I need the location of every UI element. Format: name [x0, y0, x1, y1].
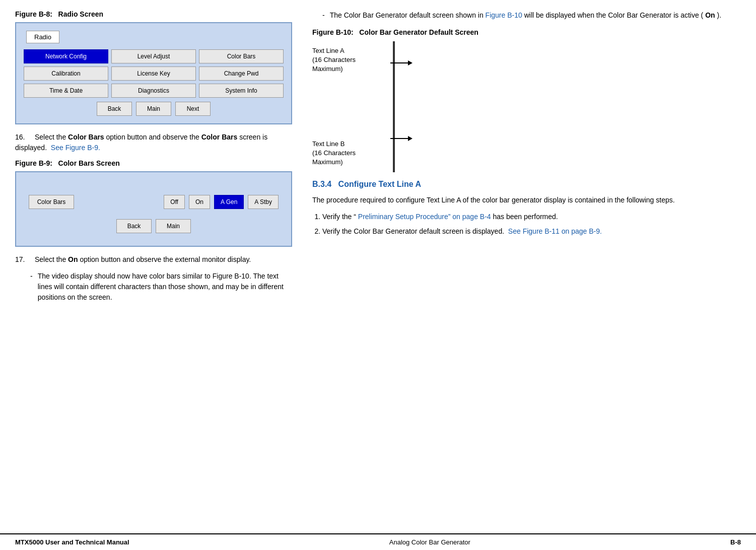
right-bullet-content: The Color Bar Generator default screen s…: [330, 10, 741, 21]
color-bars-btn-row: Color Bars Off On A Gen A Stby: [29, 195, 279, 209]
footer-left: MTX5000 User and Technical Manual: [15, 538, 129, 546]
btn-calibration[interactable]: Calibration: [24, 66, 108, 81]
btn-level-adjust[interactable]: Level Adjust: [111, 49, 196, 63]
btn-system-info[interactable]: System Info: [199, 84, 284, 98]
section-b34-heading: B.3.4 Configure Text Line A: [312, 180, 741, 189]
btn-cb-astby[interactable]: A Stby: [248, 195, 279, 209]
btn-cb-agen[interactable]: A Gen: [214, 195, 244, 209]
btn-cb-on[interactable]: On: [189, 195, 210, 209]
step17-text-pre: Select the: [35, 255, 68, 263]
right-column: - The Color Bar Generator default screen…: [307, 10, 741, 523]
color-bars-inner: Color Bars Off On A Gen A Stby Back Main: [24, 180, 284, 238]
footer-center: Analog Color Bar Generator: [389, 538, 470, 546]
page-container: Figure B-8: Radio Screen Radio Network C…: [0, 0, 756, 550]
step1-pre: Verify the “: [322, 213, 356, 221]
step16-bold1: Color Bars: [68, 133, 104, 141]
footer-product: MTX5000: [15, 538, 43, 546]
section-intro: The procedure required to configure Text…: [312, 195, 741, 205]
figure-b9-title: Figure B-9: Color Bars Screen: [15, 159, 292, 167]
step2-link[interactable]: See Figure B-11 on page B-9.: [508, 227, 602, 235]
left-column: Figure B-8: Radio Screen Radio Network C…: [15, 10, 307, 523]
step2-pre: Verify the Color Bar Generator default s…: [322, 227, 504, 235]
right-bullet-dash: -: [322, 10, 325, 21]
btn-back-radio[interactable]: Back: [97, 102, 132, 116]
radio-label: Radio: [26, 31, 59, 43]
text-line-a-label: Text Line A(16 CharactersMaximum): [312, 46, 390, 74]
figure-b10-title: Figure B-10: Color Bar Generator Default…: [312, 28, 741, 36]
btn-diagnostics[interactable]: Diagnostics: [111, 84, 196, 98]
step1-end: has been performed.: [493, 213, 558, 221]
bullet-text: The video display should now have color …: [38, 271, 292, 303]
colorbar-labels-left: Text Line A(16 CharactersMaximum) Text L…: [312, 41, 393, 167]
step17: 17. Select the On option button and obse…: [15, 254, 292, 265]
btn-main-cb[interactable]: Main: [156, 219, 191, 233]
bullet-text-post: will be displayed when the Color Bar Gen…: [524, 11, 704, 19]
button-grid-row3: Time & Date Diagnostics System Info: [24, 84, 284, 98]
step17-end: option button and observe the external m…: [80, 255, 251, 263]
footer-product-sub: User and Technical Manual: [45, 538, 129, 546]
main-content: Figure B-8: Radio Screen Radio Network C…: [0, 0, 756, 533]
btn-license-key[interactable]: License Key: [111, 66, 196, 81]
button-grid-row2: Calibration License Key Change Pwd: [24, 66, 284, 81]
step17-bold: On: [68, 255, 78, 263]
color-bars-screen-box: Color Bars Off On A Gen A Stby Back Main: [15, 171, 292, 247]
cb-nav-row: Back Main: [29, 219, 279, 233]
btn-color-bars-r1[interactable]: Color Bars: [199, 49, 284, 63]
step16-link[interactable]: See Figure B-9.: [51, 144, 100, 152]
bullet-video: - The video display should now have colo…: [30, 271, 292, 303]
footer-right: B-8: [730, 538, 741, 546]
bullet-text-pre: The Color Bar Generator default screen s…: [330, 11, 486, 19]
step16: 16. Select the Color Bars option button …: [15, 132, 292, 153]
colorbar-display-container: Text Line A(16 CharactersMaximum) Text L…: [312, 41, 741, 172]
btn-back-cb[interactable]: Back: [116, 219, 152, 233]
btn-next-radio[interactable]: Next: [175, 102, 211, 116]
step16-bold2: Color Bars: [201, 133, 238, 141]
nav-btn-row: Back Main Next: [24, 102, 284, 116]
radio-screen-inner: Radio Network Config Level Adjust Color …: [24, 31, 284, 116]
text-line-b-label: Text Line B(16 CharactersMaximum): [312, 140, 390, 167]
step16-num: 16.: [15, 133, 33, 141]
bullet-cbg: - The Color Bar Generator default screen…: [322, 10, 741, 21]
bullet-text-end: ).: [717, 11, 722, 19]
bullet-bold-on: On: [705, 11, 715, 19]
btn-network-config[interactable]: Network Config: [24, 49, 108, 63]
btn-cb-off[interactable]: Off: [164, 195, 185, 209]
btn-time-date[interactable]: Time & Date: [24, 84, 108, 98]
step2-item: Verify the Color Bar Generator default s…: [322, 226, 741, 237]
bullet-dash: -: [30, 271, 33, 303]
radio-screen-box: Radio Network Config Level Adjust Color …: [15, 22, 292, 124]
btn-color-bars-label[interactable]: Color Bars: [29, 195, 74, 209]
step17-num: 17.: [15, 255, 33, 263]
steps-list: Verify the “ Preliminary Setup Procedure…: [322, 212, 741, 237]
page-footer: MTX5000 User and Technical Manual Analog…: [0, 533, 756, 550]
step1-link[interactable]: Preliminary Setup Procedure” on page B-4: [358, 213, 491, 221]
bullet-fig-link[interactable]: Figure B-10: [486, 11, 522, 19]
figure-b8-title: Figure B-8: Radio Screen: [15, 10, 292, 18]
step1-item: Verify the “ Preliminary Setup Procedure…: [322, 212, 741, 222]
btn-change-pwd[interactable]: Change Pwd: [199, 66, 284, 81]
button-grid-row1: Network Config Level Adjust Color Bars: [24, 49, 284, 63]
step16-text-pre: Select the: [35, 133, 68, 141]
step16-mid: option button and observe the: [106, 133, 201, 141]
btn-main-radio[interactable]: Main: [136, 102, 171, 116]
